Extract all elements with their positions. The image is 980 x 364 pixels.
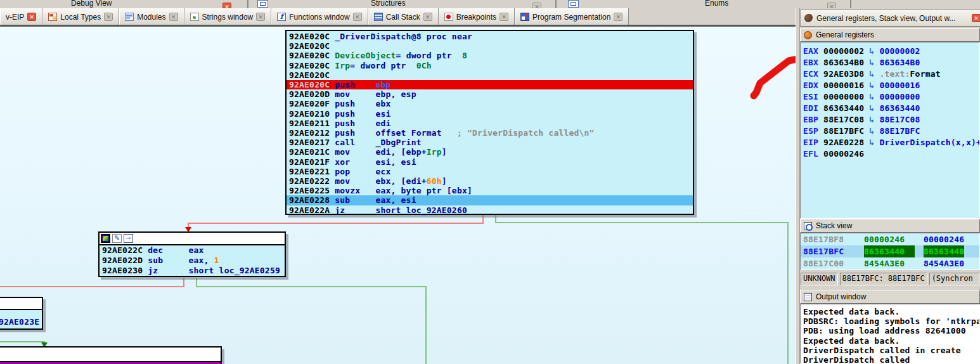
output-log[interactable]: Expected data back.PDBSRC: loading symbo… (800, 304, 980, 364)
registers-list[interactable]: EAX 00000002 ↳ 00000002EBX 863634B0 ↳ 86… (800, 42, 980, 219)
general-registers-header[interactable]: General registers (800, 28, 980, 42)
tab-program-segmentation[interactable]: Program Segmentation✕ (515, 8, 629, 25)
code-text: 92AE022A (289, 205, 335, 215)
code-text: 92AE0212 (289, 128, 335, 138)
call-stack-icon (374, 13, 383, 21)
code-line[interactable]: 92AE020C push ebp (287, 80, 693, 89)
register-row[interactable]: EDI 86363440 ↳ 86363440 (803, 103, 979, 114)
code-line[interactable]: 92AE020D mov ebp, esp (287, 89, 693, 99)
code-line[interactable]: 92AE023E (0, 310, 42, 327)
tab-enums[interactable]: Enums (705, 0, 728, 8)
code-line[interactable]: 92AE020C Irp= dword ptr 0Ch (287, 61, 693, 70)
tab-breakpoints[interactable]: Breakpoints✕ (439, 8, 515, 25)
register-value[interactable]: 00000246 (823, 149, 864, 159)
basic-block-driverdispatch[interactable]: 92AE020C _DriverDispatch@8 proc near92AE… (285, 30, 694, 215)
stack-row[interactable]: 88E17BFC8636344086363440 (801, 245, 979, 257)
register-row[interactable]: EFL 00000246 (803, 148, 979, 160)
close-tab-button[interactable]: ✕ (353, 13, 362, 21)
close-debug-view-button[interactable]: ✕ (222, 0, 231, 8)
code-line[interactable]: 92AE0225 movzx eax, byte ptr [ebx] (287, 186, 693, 195)
tab-strings-window[interactable]: Strings window✕ (184, 8, 272, 25)
tab-call-stack[interactable]: Call Stack✕ (368, 8, 439, 25)
register-value[interactable]: 863634B0 (823, 58, 864, 67)
basic-block-partial[interactable]: 92AE023E (0, 297, 43, 330)
register-value[interactable]: 00000000 (823, 92, 864, 101)
register-row[interactable]: ESP 88E17BFC ↳ 88E17BFC (803, 126, 979, 137)
close-enums-button[interactable]: ✕ (827, 0, 836, 8)
jump-arrow-icon: ↳ (864, 69, 879, 79)
code-line[interactable]: 92AE0217 call _DbgPrint (287, 138, 693, 147)
code-line[interactable]: 92AE020C DeviceObject= dword ptr 8 (287, 51, 693, 60)
code-text: push offset Format (335, 128, 457, 138)
edit-node-icon[interactable] (112, 234, 122, 243)
code-text: 92AE020F (289, 99, 335, 108)
register-value[interactable]: 92AE0228 (823, 138, 864, 147)
close-tab-button[interactable]: ✕ (500, 13, 508, 21)
register-value[interactable]: 00000002 (823, 46, 864, 56)
close-structures-button[interactable]: ✕ (532, 0, 541, 8)
code-line[interactable]: 92AE0210 push esi (287, 109, 693, 119)
stack-row[interactable]: 88E17C008454A3E08454A3E0 (801, 257, 979, 270)
register-ref: Format (910, 69, 941, 79)
register-value[interactable]: 00000016 (823, 81, 864, 90)
tab-label: Call Stack (386, 12, 420, 22)
code-line[interactable]: 92AE0221 pop ecx (287, 167, 693, 176)
graph-view-canvas[interactable]: 92AE020C _DriverDispatch@8 proc near92AE… (0, 27, 796, 364)
code-line[interactable]: 92AE020C (287, 41, 693, 51)
close-tab-button[interactable]: ✕ (423, 13, 432, 21)
tab-modules[interactable]: Modules✕ (119, 8, 184, 25)
register-value[interactable]: 88E17C08 (823, 115, 864, 124)
panel-icon[interactable] (257, 0, 268, 8)
register-row[interactable]: ECX 92AE03D8 ↳ .text:Format (803, 68, 979, 80)
tab-structures[interactable]: Structures (371, 0, 406, 8)
stack-address: 88E17BF8 (803, 233, 855, 245)
jump-arrow-icon: ↳ (864, 103, 879, 113)
code-line[interactable]: 92AE020C _DriverDispatch@8 proc near (287, 32, 693, 41)
stack-rows[interactable]: 88E17BF8000002460000024688E17BFC86363440… (800, 233, 980, 270)
tab-v-eip[interactable]: v-EIP✕ (0, 8, 42, 25)
tab-general-registers-panel[interactable]: General registers, Stack view, Output w.… (800, 10, 980, 27)
close-tab-button[interactable]: ✕ (104, 13, 113, 21)
set-node-color-icon[interactable] (101, 234, 110, 243)
code-line[interactable]: 92AE021C mov edi, [ebp+Irp] (287, 147, 693, 157)
code-line[interactable]: 92AE021F xor esi, esi (287, 157, 693, 167)
close-panel-button[interactable]: ✕ (972, 14, 980, 22)
register-name: EAX (803, 46, 823, 56)
tab-local-types[interactable]: Local Types✕ (42, 8, 119, 25)
close-tab-button[interactable]: ✕ (27, 13, 36, 21)
code-line[interactable]: 92AE0230 jz short loc_92AE0259 (100, 266, 285, 276)
register-value[interactable]: 92AE03D8 (823, 69, 864, 79)
code-line[interactable]: 92AE020F push ebx (287, 99, 693, 108)
basic-block-branch[interactable]: 92AE022C dec eax92AE022D sub eax, 192AE0… (98, 231, 286, 277)
register-row[interactable]: EIP 92AE0228 ↳ DriverDispatch(x,x)+1 (803, 137, 979, 148)
code-line[interactable]: 92AE0212 push offset Format ; "DriverDis… (287, 128, 693, 138)
close-tab-button[interactable]: ✕ (256, 13, 265, 21)
tab-debug-view[interactable]: Debug View (71, 0, 112, 8)
group-node-icon[interactable] (124, 234, 133, 243)
stack-row[interactable]: 88E17BF80000024600000246 (801, 233, 979, 245)
stack-view-header[interactable]: Stack view (800, 219, 980, 233)
register-row[interactable]: EBX 863634B0 ↳ 863634B0 (803, 57, 979, 68)
code-line[interactable]: 92AE022D sub eax, 1 (100, 256, 285, 266)
register-row[interactable]: ESI 00000000 ↳ 00000000 (803, 91, 979, 103)
code-line[interactable]: 92AE022A jz short loc_92AE0260 (287, 205, 693, 215)
code-line[interactable]: 92AE0211 push edi (287, 119, 693, 128)
register-value[interactable]: 86363440 (823, 103, 864, 113)
output-window-header[interactable]: Output window (800, 290, 980, 304)
code-line[interactable]: 92AE0228 sub eax, esi (287, 195, 693, 205)
tab-separator (247, 0, 248, 8)
list-panel-icon[interactable] (568, 0, 579, 8)
tab-functions-window[interactable]: Functions window✕ (271, 8, 368, 25)
register-row[interactable]: EAX 00000002 ↳ 00000002 (803, 46, 979, 57)
code-line[interactable]: 92AE0222 mov ebx, [edi+60h] (287, 176, 693, 186)
strings-icon (190, 13, 199, 21)
register-value[interactable]: 88E17BFC (823, 126, 864, 136)
panel-splitter[interactable] (796, 8, 800, 364)
code-line[interactable]: 92AE022C dec eax (100, 245, 285, 256)
close-tab-button[interactable]: ✕ (614, 13, 622, 21)
register-row[interactable]: EBP 88E17C08 ↳ 88E17C08 (803, 114, 979, 126)
code-line[interactable]: 92AE020C (287, 70, 693, 80)
close-tab-button[interactable]: ✕ (169, 13, 178, 21)
basic-block-clipped[interactable] (0, 346, 222, 364)
register-row[interactable]: EDX 00000016 ↳ 00000016 (803, 80, 979, 91)
